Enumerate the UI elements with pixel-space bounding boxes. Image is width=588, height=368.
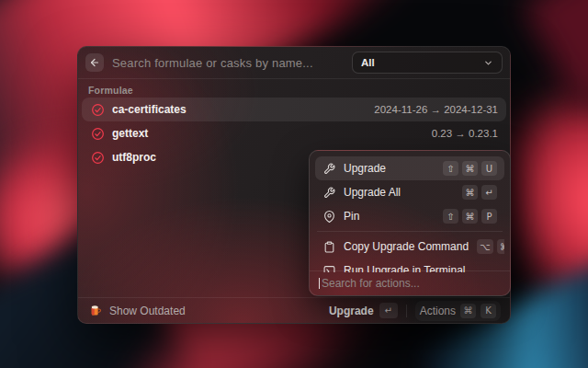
formula-name: ca-certificates [112, 103, 187, 116]
back-arrow-icon [89, 57, 100, 68]
return-key-icon: ↵ [481, 185, 497, 200]
desktop: Search formulae or casks by name... All … [0, 0, 588, 368]
command-title: Show Outdated [109, 305, 186, 317]
command-key-icon: ⌘ [462, 209, 478, 224]
menu-divider [317, 231, 503, 232]
command-key-icon: ⌘ [462, 161, 478, 176]
formula-version: 2024-11-26 → 2024-12-31 [374, 104, 498, 115]
formula-version: 0.23 → 0.23.1 [432, 128, 498, 139]
section-header: Formulae [88, 85, 133, 96]
menu-item-label: Upgrade All [344, 186, 454, 199]
shift-key-icon: ⇧ [443, 161, 458, 176]
divider [406, 305, 407, 317]
k-key-icon: K [481, 304, 496, 318]
footer-actions: Upgrade ↵ Actions ⌘ K [329, 301, 501, 321]
menu-item-upgrade-all[interactable]: Upgrade All ⌘ ↵ [315, 180, 504, 204]
actions-search[interactable]: Search for actions... [310, 270, 510, 295]
command-key-icon: ⌘ [497, 239, 504, 254]
update-available-icon [90, 150, 105, 165]
status-bar: Show Outdated Upgrade ↵ Actions ⌘ K [78, 297, 510, 323]
menu-item-shortcut: ⌥ ⌘ C [477, 239, 504, 254]
wrench-icon [322, 186, 335, 199]
pin-icon [322, 210, 335, 223]
upgrade-button[interactable]: Upgrade [329, 305, 374, 317]
formula-row-gettext[interactable]: gettext 0.23 → 0.23.1 [82, 121, 506, 145]
formula-name: utf8proc [112, 151, 156, 164]
command-key-icon: ⌘ [460, 304, 476, 318]
menu-item-pin[interactable]: Pin ⇧ ⌘ P [315, 204, 504, 228]
formula-row-ca-certificates[interactable]: ca-certificates 2024-11-26 → 2024-12-31 [82, 98, 506, 121]
menu-item-shortcut: ⇧ ⌘ P [443, 209, 497, 224]
u-key-icon: U [481, 161, 497, 176]
menu-item-label: Copy Upgrade Command [344, 240, 469, 253]
back-button[interactable] [85, 53, 104, 72]
search-input[interactable]: Search formulae or casks by name... [112, 56, 352, 70]
formula-name: gettext [112, 127, 148, 140]
clipboard-icon [322, 240, 335, 253]
menu-item-upgrade[interactable]: Upgrade ⇧ ⌘ U [315, 156, 504, 180]
update-available-icon [90, 102, 105, 117]
actions-button-label: Actions [420, 305, 456, 317]
actions-menu: Upgrade ⇧ ⌘ U Upgrade All ⌘ ↵ [309, 150, 511, 296]
search-bar: Search formulae or casks by name... All [78, 47, 510, 78]
update-available-icon [90, 126, 105, 141]
beer-mug-icon [87, 304, 102, 318]
wrench-icon [322, 162, 335, 175]
menu-item-shortcut: ⇧ ⌘ U [443, 161, 497, 176]
actions-menu-list: Upgrade ⇧ ⌘ U Upgrade All ⌘ ↵ [315, 156, 504, 272]
menu-item-label: Pin [344, 210, 435, 223]
menu-item-shortcut: ⌘ ↵ [462, 185, 497, 200]
divider [78, 78, 510, 79]
filter-dropdown-value: All [361, 57, 483, 68]
actions-search-input: Search for actions... [322, 277, 420, 290]
actions-button[interactable]: Actions ⌘ K [415, 301, 501, 321]
filter-dropdown[interactable]: All [352, 52, 503, 74]
shift-key-icon: ⇧ [443, 209, 458, 224]
command-key-icon: ⌘ [462, 185, 478, 200]
chevron-down-icon [483, 58, 493, 68]
menu-item-label: Upgrade [344, 162, 435, 175]
option-key-icon: ⌥ [477, 239, 493, 254]
menu-item-copy-upgrade-command[interactable]: Copy Upgrade Command ⌥ ⌘ C [315, 235, 504, 259]
p-key-icon: P [481, 209, 497, 224]
text-caret [319, 278, 320, 289]
return-key-icon: ↵ [379, 303, 398, 318]
